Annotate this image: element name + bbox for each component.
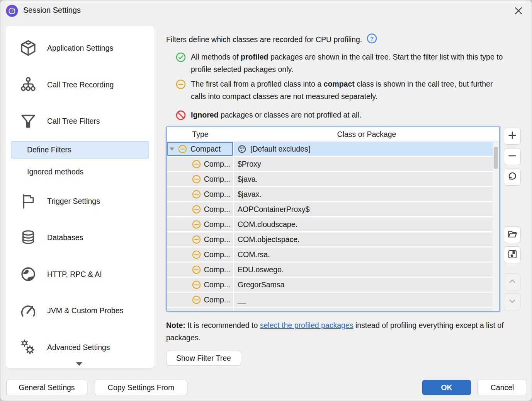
table-row[interactable]: Comp...COM.rsa. <box>167 247 493 261</box>
sidebar-item-call-tree-recording[interactable]: Call Tree Recording <box>5 76 155 94</box>
table-row[interactable]: Comp...AOPContainerProxy$ <box>167 202 493 216</box>
help-icon[interactable]: ? <box>367 33 377 46</box>
database-icon <box>19 229 37 246</box>
table-row[interactable]: Comp...EDU.oswego. <box>167 263 493 276</box>
class-cell[interactable]: COM.rsa. <box>233 247 493 261</box>
type-cell[interactable]: Comp... <box>167 293 233 307</box>
sidebar-item-databases[interactable]: Databases <box>5 229 155 246</box>
move-up-button[interactable] <box>504 273 521 290</box>
table-row[interactable]: Comp...GregorSamsa <box>167 278 493 292</box>
compact-minus-icon <box>178 145 187 154</box>
class-label: [Default excludes] <box>250 145 310 154</box>
show-filter-tree-button[interactable]: Show Filter Tree <box>166 351 241 366</box>
compact-minus-icon <box>192 220 201 229</box>
type-cell[interactable]: Comp... <box>167 263 233 276</box>
sidebar-item-advanced-settings[interactable]: Advanced Settings <box>5 338 155 356</box>
class-cell[interactable]: $javax. <box>233 187 493 201</box>
type-cell[interactable]: Compact <box>167 142 233 156</box>
floppy-icon <box>507 249 518 261</box>
expand-triangle-icon[interactable] <box>169 147 175 151</box>
class-cell[interactable]: $Proxy <box>233 157 493 171</box>
select-profiled-packages-link[interactable]: select the profiled packages <box>260 321 354 329</box>
table-scrollbar[interactable] <box>493 142 499 311</box>
filter-table-header: Type Class or Package <box>167 127 499 142</box>
add-filter-button[interactable] <box>504 128 521 145</box>
chevron-down-icon <box>508 297 517 307</box>
table-row[interactable]: Compact[Default excludes] <box>167 142 493 156</box>
class-label: __ <box>238 295 246 304</box>
type-cell[interactable]: Comp... <box>167 308 233 311</box>
class-cell[interactable]: COM.objectspace. <box>233 232 493 246</box>
class-label: COM.objectspace. <box>238 235 299 244</box>
compact-minus-icon <box>192 295 201 304</box>
class-label: EDU.oswego. <box>238 265 284 274</box>
column-header-type[interactable]: Type <box>167 127 234 142</box>
sidebar-item-ignored-methods[interactable]: Ignored methods <box>11 163 149 181</box>
class-cell[interactable] <box>233 308 493 311</box>
type-cell[interactable]: Comp... <box>167 232 233 246</box>
sidebar-scroll-down-icon[interactable] <box>76 360 82 364</box>
folder-open-icon <box>507 229 518 241</box>
type-cell[interactable]: Comp... <box>167 217 233 231</box>
bullet-text: All methods of profiled packages are sho… <box>191 51 508 75</box>
filter-table[interactable]: Type Class or Package Compact[Default ex… <box>166 126 500 312</box>
sidebar: Application Settings Call Tree Recording… <box>5 26 155 368</box>
sidebar-item-application-settings[interactable]: Application Settings <box>5 39 155 57</box>
copy-settings-from-button[interactable]: Copy Settings From <box>95 380 187 395</box>
move-down-button[interactable] <box>504 293 521 311</box>
gauge-icon <box>19 302 37 319</box>
type-label: Comp... <box>204 295 230 304</box>
class-cell[interactable]: $java. <box>233 172 493 186</box>
close-icon[interactable] <box>513 5 524 17</box>
funnel-icon <box>19 112 37 130</box>
sidebar-item-define-filters[interactable]: Define Filters <box>11 141 149 159</box>
type-cell[interactable]: Comp... <box>167 157 233 171</box>
open-filters-button[interactable] <box>504 226 521 243</box>
compact-minus-icon <box>192 265 201 274</box>
table-row[interactable]: Comp...__ <box>167 293 493 307</box>
sidebar-item-http-rpc-ai[interactable]: HTTP, RPC & AI <box>5 265 155 283</box>
table-scrollbar-thumb[interactable] <box>494 147 498 169</box>
ok-button[interactable]: OK <box>422 380 471 395</box>
type-label: Comp... <box>204 160 230 169</box>
sidebar-sub-label: Define Filters <box>27 145 71 154</box>
class-cell[interactable]: EDU.oswego. <box>233 263 493 276</box>
sidebar-item-call-tree-filters[interactable]: Call Tree Filters <box>5 112 155 130</box>
sidebar-item-jvm-custom-probes[interactable]: JVM & Custom Probes <box>5 302 155 319</box>
type-cell[interactable]: Comp... <box>167 187 233 201</box>
class-cell[interactable]: AOPContainerProxy$ <box>233 202 493 216</box>
type-label: Comp... <box>204 280 230 289</box>
table-row[interactable]: Comp...$java. <box>167 172 493 186</box>
class-cell[interactable]: GregorSamsa <box>233 278 493 292</box>
type-label: Comp... <box>204 235 230 244</box>
class-cell[interactable]: COM.cloudscape. <box>233 217 493 231</box>
sidebar-item-trigger-settings[interactable]: Trigger Settings <box>5 192 155 210</box>
class-label: COM.cloudscape. <box>238 220 297 229</box>
cube-icon <box>19 39 37 57</box>
reset-filters-button[interactable] <box>504 169 521 186</box>
flag-icon <box>19 192 37 210</box>
remove-filter-button[interactable] <box>504 148 521 165</box>
type-cell[interactable]: Comp... <box>167 278 233 292</box>
table-row[interactable]: Comp...$Proxy <box>167 157 493 171</box>
bullet-ignored: Ignored packages or classes are not prof… <box>176 109 361 121</box>
type-label: Compact <box>190 145 221 154</box>
class-cell[interactable]: __ <box>233 293 493 307</box>
type-cell[interactable]: Comp... <box>167 172 233 186</box>
general-settings-button[interactable]: General Settings <box>6 380 87 395</box>
type-cell[interactable]: Comp... <box>167 247 233 261</box>
table-row[interactable]: Comp...COM.objectspace. <box>167 232 493 246</box>
save-filters-button[interactable] <box>504 246 521 263</box>
cancel-button[interactable]: Cancel <box>478 380 527 395</box>
table-row[interactable]: Comp...$javax. <box>167 187 493 201</box>
no-entry-icon <box>176 110 186 120</box>
bullet-compact: The first call from a profiled class int… <box>176 78 508 102</box>
class-cell[interactable]: [Default excludes] <box>233 142 493 156</box>
table-row[interactable]: Comp...COM.cloudscape. <box>167 217 493 231</box>
compact-minus-icon <box>192 250 201 259</box>
class-label: GregorSamsa <box>238 280 284 289</box>
table-row[interactable]: Comp... <box>167 308 493 311</box>
type-cell[interactable]: Comp... <box>167 202 233 216</box>
sidebar-sub-label: Ignored methods <box>27 167 83 176</box>
column-header-class-or-package[interactable]: Class or Package <box>234 127 499 142</box>
